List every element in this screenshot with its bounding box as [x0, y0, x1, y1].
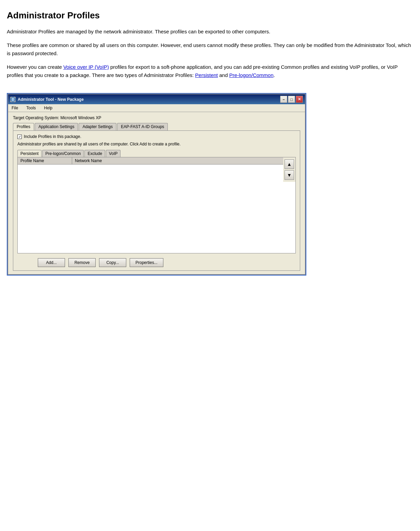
- window-body: Target Operating System: Microsoft Windo…: [8, 112, 305, 274]
- svg-rect-2: [13, 99, 13, 101]
- persistent-link[interactable]: Persistent: [195, 72, 218, 78]
- maximize-button[interactable]: □: [288, 96, 295, 103]
- page-title: Administrator Profiles: [7, 10, 413, 21]
- inner-tab-exclude[interactable]: Exclude: [84, 150, 105, 157]
- inner-tab-prelogon[interactable]: Pre-logon/Common: [42, 150, 84, 157]
- tab-content-profiles: ✓ Include Profiles in this package. Admi…: [13, 130, 300, 271]
- voip-link[interactable]: Voice over IP (VoIP): [63, 64, 109, 70]
- window-title: Administrator Tool - New Package: [18, 97, 84, 102]
- move-up-button[interactable]: ▲: [285, 159, 294, 169]
- column-header-network-name: Network Name: [72, 157, 283, 164]
- admin-tool-window: Administrator Tool - New Package – □ ✕ F…: [7, 94, 306, 275]
- profile-table: Profile Name Network Name: [18, 157, 283, 253]
- menu-tools[interactable]: Tools: [25, 105, 37, 111]
- paragraph-2: These profiles are common or shared by a…: [7, 41, 413, 58]
- profile-table-container: Profile Name Network Name ▲ ▼: [17, 157, 296, 253]
- up-down-button-group: ▲ ▼: [283, 157, 295, 182]
- prelogon-link[interactable]: Pre-logon/Common: [229, 72, 273, 78]
- main-tab-bar: Profiles Application Settings Adapter Se…: [13, 123, 300, 130]
- tab-profiles[interactable]: Profiles: [13, 123, 34, 130]
- column-header-profile-name: Profile Name: [18, 157, 72, 164]
- svg-point-1: [13, 98, 14, 99]
- include-checkbox-row: ✓ Include Profiles in this package.: [17, 134, 296, 139]
- menu-help[interactable]: Help: [43, 105, 54, 111]
- table-header-row: Profile Name Network Name: [18, 157, 283, 165]
- tab-eap-fast[interactable]: EAP-FAST A-ID Groups: [117, 123, 168, 130]
- inner-tab-bar: Persistent Pre-logon/Common Exclude VoIP: [17, 150, 296, 157]
- tab-application-settings[interactable]: Application Settings: [35, 123, 78, 130]
- include-profiles-label: Include Profiles in this package.: [24, 134, 81, 139]
- target-os-label: Target Operating System: Microsoft Windo…: [13, 115, 300, 120]
- remove-button[interactable]: Remove: [68, 258, 96, 267]
- tab-adapter-settings[interactable]: Adapter Settings: [79, 123, 116, 130]
- menu-file[interactable]: File: [10, 105, 19, 111]
- paragraph-3: However you can create Voice over IP (Vo…: [7, 63, 413, 79]
- move-down-button[interactable]: ▼: [285, 170, 294, 180]
- menu-bar: File Tools Help: [8, 104, 305, 112]
- titlebar-buttons: – □ ✕: [280, 96, 303, 103]
- paragraph-1: Administrator Profiles are managed by th…: [7, 28, 413, 36]
- include-profiles-checkbox[interactable]: ✓: [17, 135, 22, 139]
- admin-profiles-description: Administrator profiles are shared by all…: [17, 142, 296, 146]
- screenshot-container: Administrator Tool - New Package – □ ✕ F…: [7, 93, 306, 276]
- close-button[interactable]: ✕: [296, 96, 303, 103]
- table-body: [18, 165, 283, 253]
- inner-tab-persistent[interactable]: Persistent: [17, 150, 42, 157]
- inner-tab-voip[interactable]: VoIP: [106, 150, 120, 157]
- copy-button[interactable]: Copy...: [99, 258, 126, 267]
- window-icon: [10, 97, 16, 102]
- properties-button[interactable]: Properties...: [130, 258, 163, 267]
- add-button[interactable]: Add...: [38, 258, 65, 267]
- window-titlebar: Administrator Tool - New Package – □ ✕: [8, 94, 305, 104]
- minimize-button[interactable]: –: [280, 96, 287, 103]
- action-button-group: Add... Remove Copy... Properties...: [17, 258, 296, 267]
